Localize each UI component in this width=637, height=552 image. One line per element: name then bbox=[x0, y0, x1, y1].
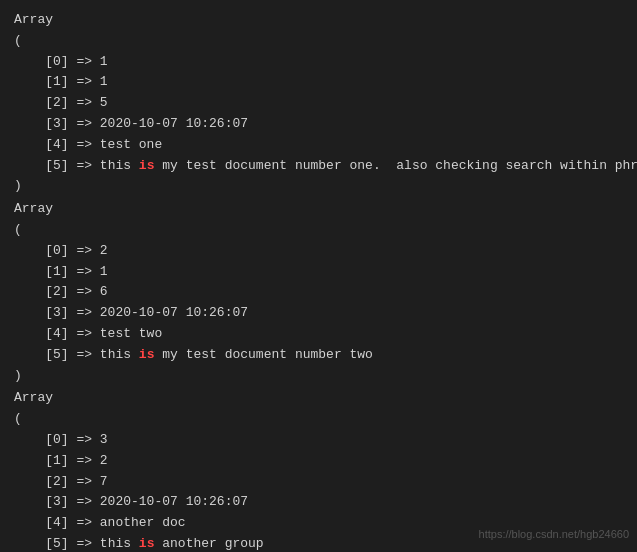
output-area: Array( [0] => 1 [1] => 1 [2] => 5 [3] =>… bbox=[14, 10, 623, 552]
highlighted-word: is bbox=[139, 347, 155, 362]
array-entry: [1] => 2 bbox=[14, 451, 623, 472]
array-entry: [2] => 6 bbox=[14, 282, 623, 303]
array-entry: [4] => test two bbox=[14, 324, 623, 345]
array-entry: [4] => test one bbox=[14, 135, 623, 156]
array-entry: [0] => 3 bbox=[14, 430, 623, 451]
array-entry: [2] => 5 bbox=[14, 93, 623, 114]
open-paren: ( bbox=[14, 31, 623, 52]
highlighted-word: is bbox=[139, 158, 155, 173]
close-paren: ) bbox=[14, 176, 623, 197]
array-label: Array bbox=[14, 388, 623, 409]
array-block: Array( [0] => 1 [1] => 1 [2] => 5 [3] =>… bbox=[14, 10, 623, 197]
array-entry: [5] => this is my test document number o… bbox=[14, 156, 623, 177]
open-paren: ( bbox=[14, 409, 623, 430]
open-paren: ( bbox=[14, 220, 623, 241]
array-label: Array bbox=[14, 10, 623, 31]
array-entry: [0] => 1 bbox=[14, 52, 623, 73]
array-entry: [3] => 2020-10-07 10:26:07 bbox=[14, 114, 623, 135]
array-block: Array( [0] => 2 [1] => 1 [2] => 6 [3] =>… bbox=[14, 199, 623, 386]
array-entry: [3] => 2020-10-07 10:26:07 bbox=[14, 303, 623, 324]
array-entry: [1] => 1 bbox=[14, 72, 623, 93]
array-entry: [2] => 7 bbox=[14, 472, 623, 493]
highlighted-word: is bbox=[139, 536, 155, 551]
array-entry: [3] => 2020-10-07 10:26:07 bbox=[14, 492, 623, 513]
array-entry: [0] => 2 bbox=[14, 241, 623, 262]
array-entry: [1] => 1 bbox=[14, 262, 623, 283]
close-paren: ) bbox=[14, 366, 623, 387]
array-entry: [5] => this is my test document number t… bbox=[14, 345, 623, 366]
watermark: https://blog.csdn.net/hgb24660 bbox=[479, 526, 629, 544]
array-label: Array bbox=[14, 199, 623, 220]
